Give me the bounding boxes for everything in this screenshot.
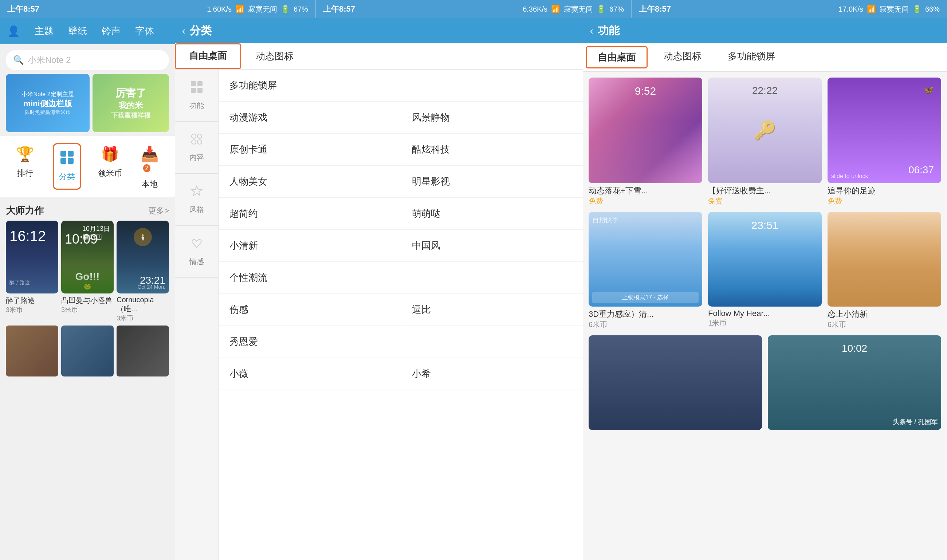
nav-ringtone[interactable]: 铃声 <box>102 25 120 37</box>
panel3-header: ‹ 功能 <box>583 18 947 43</box>
nav-coins[interactable]: 🎁 领米币 <box>98 143 122 190</box>
nav-wallpaper[interactable]: 壁纸 <box>68 25 87 37</box>
panel2-title: 分类 <box>190 23 212 38</box>
svg-point-8 <box>192 134 196 138</box>
gallery-price-5: 1米币 <box>708 318 822 328</box>
signal-text-2: 寂寞无间 <box>564 5 593 14</box>
svg-rect-4 <box>191 81 196 86</box>
nav-font[interactable]: 字体 <box>135 25 154 37</box>
gallery-item-4[interactable]: 自拍快手 上锁模式17 - 选择 3D重力感应）清... 6米币 <box>588 212 702 329</box>
theme-thumb-2: 10月13日星期四 10:09 Go!!! 🐸 <box>61 221 114 294</box>
more-thumb-3[interactable] <box>117 326 169 377</box>
nav-ranking[interactable]: 🏆 排行 <box>14 143 36 190</box>
back-arrow-3[interactable]: ‹ <box>590 25 593 37</box>
cat-row-5: 小清新 中国风 <box>219 230 583 262</box>
cat-cool[interactable]: 酷炫科技 <box>401 134 583 165</box>
nav-local[interactable]: 📥 2 本地 <box>139 143 161 190</box>
theme-grid: 16:12 醉了路途 醉了路途 3米币 10月13日星期四 10:09 Go!!… <box>0 221 175 323</box>
gallery-item-5[interactable]: 23:51 Follow My Hear... 1米币 <box>708 212 822 329</box>
cat-celebrity[interactable]: 明星影视 <box>401 166 583 197</box>
master-section: 大师力作 更多> <box>0 201 175 221</box>
svg-rect-7 <box>197 88 203 93</box>
gallery-name-1: 动态落花+下雪... <box>588 185 702 196</box>
theme-name-1: 醉了路途 <box>6 295 58 306</box>
speed-3: 17.0K/s <box>838 5 863 14</box>
cat-xiaowei[interactable]: 小薇 <box>219 358 401 389</box>
banner-lucky-text: 厉害了 我的米 下载赢福祥福 <box>111 86 151 120</box>
cat-cute[interactable]: 萌萌哒 <box>401 198 583 229</box>
tab-free-desktop[interactable]: 自由桌面 <box>175 43 241 69</box>
gallery-row-1: 9:52 动态落花+下雪... 免费 🔑 22:22 【好评送收费主... 免费… <box>588 78 941 206</box>
style-label: 风格 <box>189 205 204 214</box>
user-icon: 👤 <box>7 25 20 37</box>
svg-rect-1 <box>68 151 74 157</box>
sidebar-function[interactable]: 功能 <box>175 69 218 122</box>
cat-animation[interactable]: 动漫游戏 <box>219 102 401 133</box>
search-bar[interactable]: 🔍 小米Note 2 <box>6 50 169 70</box>
more-themes <box>0 323 175 377</box>
sidebar-emotion[interactable]: 情感 <box>175 226 218 278</box>
time-2: 上午8:57 <box>323 4 355 15</box>
theme-card-1[interactable]: 16:12 醉了路途 醉了路途 3米币 <box>6 221 58 323</box>
gallery-item-1[interactable]: 9:52 动态落花+下雪... 免费 <box>588 78 702 206</box>
cat-people[interactable]: 人物美女 <box>219 166 401 197</box>
local-icon: 📥 <box>139 143 161 165</box>
sidebar-content[interactable]: 内容 <box>175 122 218 174</box>
more-thumb-1[interactable] <box>6 326 58 377</box>
category-body: 功能 内容 <box>175 69 583 560</box>
search-input[interactable]: 小米Note 2 <box>28 54 71 66</box>
more-thumb-2[interactable] <box>61 326 114 377</box>
battery-1: 67% <box>294 5 308 14</box>
time-1: 上午8:57 <box>7 4 39 15</box>
p3-tab-lockscreen[interactable]: 多功能锁屏 <box>714 43 788 71</box>
cat-xiaoxi[interactable]: 小希 <box>401 358 583 389</box>
panel-function: ‹ 功能 自由桌面 动态图标 多功能锁屏 9:52 动态落花+下雪... 免费 <box>583 18 947 560</box>
ranking-icon: 🏆 <box>14 143 36 165</box>
cat-chinese[interactable]: 中国风 <box>401 230 583 262</box>
sidebar-style[interactable]: 风格 <box>175 174 218 226</box>
panel1-header: 👤 主题 壁纸 铃声 字体 <box>0 18 175 44</box>
theme-price-2: 3米币 <box>61 306 114 314</box>
cat-love[interactable]: 秀恩爱 <box>219 326 583 358</box>
banner-mini[interactable]: 小米Note 2定制主题 mini侧边栏版 限时免费赢海量米币 <box>6 74 89 132</box>
cat-funny[interactable]: 逗比 <box>401 294 583 326</box>
search-icon: 🔍 <box>13 55 24 65</box>
cherry-blossoms <box>588 120 702 183</box>
gallery-item-8[interactable]: 10:02 头条号 / 孔国军 <box>768 335 941 430</box>
tab-dynamic-icons[interactable]: 动态图标 <box>241 43 308 69</box>
svg-point-11 <box>197 140 202 144</box>
gallery-item-7[interactable] <box>588 335 762 430</box>
theme-card-3[interactable]: 23:21 Oct 24 Mon. 🕯️ Cornucopia（唯... 3米币 <box>117 221 169 323</box>
p3-tab-dynamic-icons[interactable]: 动态图标 <box>650 43 714 71</box>
more-link[interactable]: 更多> <box>148 205 169 216</box>
svg-rect-3 <box>68 158 74 164</box>
wifi-icon-1: 📶 <box>235 5 245 14</box>
gallery-thumb-4: 自拍快手 上锁模式17 - 选择 <box>588 212 702 306</box>
news-watermark: 头条号 / 孔国军 <box>893 418 938 426</box>
cat-scenery[interactable]: 风景静物 <box>401 102 583 133</box>
cat-trendy[interactable]: 个性潮流 <box>219 262 583 294</box>
nav-category[interactable]: 分类 <box>53 143 81 190</box>
cat-sad[interactable]: 伤感 <box>219 294 401 326</box>
theme-card-2[interactable]: 10月13日星期四 10:09 Go!!! 🐸 凸凹曼与小怪兽 3米币 <box>61 221 114 323</box>
p3-tab-free-desktop[interactable]: 自由桌面 <box>586 46 648 68</box>
status-bar-3: 上午8:57 17.0K/s 📶 寂寞无间 🔋 66% <box>631 0 947 18</box>
theme-name-2: 凸凹曼与小怪兽 <box>61 295 114 306</box>
gallery-item-3[interactable]: 🦋 06:37 slide to unlock 追寻你的足迹 免费 <box>827 78 941 206</box>
cat-fresh[interactable]: 小清新 <box>219 230 401 262</box>
svg-point-9 <box>197 134 202 138</box>
back-arrow-2[interactable]: ‹ <box>182 25 185 37</box>
gallery-item-6[interactable]: 恋上小清新 6米币 <box>827 212 941 329</box>
cat-original[interactable]: 原创卡通 <box>219 134 401 165</box>
battery-2: 67% <box>609 5 624 14</box>
gallery-price-6: 6米币 <box>827 320 941 329</box>
status-bars: 上午8:57 1.60K/s 📶 寂寞无间 🔋 67% 上午8:57 6.36K… <box>0 0 947 18</box>
gallery-item-2[interactable]: 🔑 22:22 【好评送收费主... 免费 <box>708 78 822 206</box>
speed-2: 6.36K/s <box>523 5 547 14</box>
cat-minimal[interactable]: 超简约 <box>219 198 401 229</box>
cat-lockscreen[interactable]: 多功能锁屏 <box>219 69 583 101</box>
battery-icon-3: 🔋 <box>912 5 921 14</box>
banner-mini-title: mini侧边栏版 <box>23 98 72 109</box>
nav-theme[interactable]: 主题 <box>35 25 54 37</box>
banner-lucky[interactable]: 厉害了 我的米 下载赢福祥福 <box>92 74 169 132</box>
